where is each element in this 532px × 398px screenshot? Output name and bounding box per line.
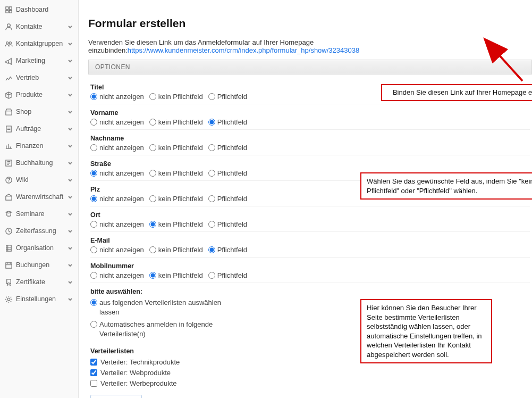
verteiler-checkbox[interactable] [90,369,97,376]
radio-email-required[interactable]: Pflichtfeld [208,246,247,254]
radio-vorname-optional[interactable]: kein Pflichtfeld [149,118,203,126]
radio-ort-optional[interactable]: kein Pflichtfeld [149,220,203,228]
chevron-down-icon [67,245,73,251]
radio-titel-optional[interactable]: kein Pflichtfeld [149,93,203,101]
sidebar-item-groups[interactable]: Kontaktgruppen [0,35,78,52]
radio-strasse-hide[interactable]: nicht anzeigen [90,169,144,177]
radio-input[interactable] [208,119,215,126]
svg-rect-0 [5,6,8,9]
radio-nachname-optional[interactable]: kein Pflichtfeld [149,144,203,152]
sidebar-item-bookings[interactable]: Buchungen [0,256,78,273]
sidebar-item-contacts[interactable]: Kontakte [0,18,78,35]
radio-input[interactable] [149,272,156,279]
verteiler-checkbox[interactable] [90,359,97,366]
verteiler-checkbox[interactable] [90,380,97,387]
radio-input[interactable] [90,170,97,177]
sidebar-item-label: Produkte [16,91,43,98]
sidebar-item-orders[interactable]: Aufträge [0,120,78,137]
radio-input[interactable] [208,221,215,228]
radio-plz-hide[interactable]: nicht anzeigen [90,195,144,203]
radio-label: kein Pflichtfeld [158,118,203,126]
radio-input[interactable] [149,119,156,126]
verteiler-label: Verteiler: Werbeprodukte [100,379,177,387]
radio-input[interactable] [90,246,97,253]
sidebar-item-products[interactable]: Produkte [0,86,78,103]
radio-strasse-optional[interactable]: kein Pflichtfeld [149,169,203,177]
radio-email-hide[interactable]: nicht anzeigen [90,246,144,254]
sidebar-item-sales[interactable]: Vertrieb [0,69,78,86]
radio-plz-optional[interactable]: kein Pflichtfeld [149,195,203,203]
sidebar-item-shop[interactable]: Shop [0,103,78,120]
radio-input[interactable] [149,170,156,177]
sidebar-item-accounting[interactable]: Buchhaltung [0,154,78,171]
radio-input[interactable] [149,221,156,228]
finance-icon [4,142,13,150]
radio-email-optional[interactable]: kein Pflichtfeld [149,246,203,254]
radio-nachname-required[interactable]: Pflichtfeld [208,144,247,152]
list-choice-auto[interactable]: Automatisches anmelden in folgende Verte… [90,320,234,338]
radio-titel-required[interactable]: Pflichtfeld [208,93,247,101]
org-icon [4,244,13,252]
radio-input[interactable] [90,221,97,228]
radio-strasse-required[interactable]: Pflichtfeld [208,169,247,177]
radio-input[interactable] [90,119,97,126]
list-choice-auto-radio[interactable] [90,321,97,328]
sidebar-item-cert[interactable]: Zertifikate [0,273,78,291]
bookings-icon [4,261,13,269]
verteiler-item-2[interactable]: Verteiler: Werbeprodukte [90,379,530,387]
radio-input[interactable] [208,93,215,100]
verteiler-item-1[interactable]: Verteiler: Webprodukte [90,369,530,377]
radio-input[interactable] [149,246,156,253]
marketing-icon [4,56,13,65]
sidebar-item-finance[interactable]: Finanzen [0,137,78,154]
list-choice-choose-radio[interactable] [90,299,97,306]
field-label: Nachname [90,135,530,142]
embed-link[interactable]: https://www.kundenmeister.com/crm/index.… [128,46,359,54]
list-choice-label: bitte auswählen: [90,288,530,295]
radio-ort-required[interactable]: Pflichtfeld [208,220,247,228]
radio-input[interactable] [208,170,215,177]
svg-rect-1 [9,6,12,9]
radio-input[interactable] [90,93,97,100]
radio-ort-hide[interactable]: nicht anzeigen [90,220,144,228]
radio-input[interactable] [149,195,156,202]
radio-input[interactable] [208,144,215,151]
radio-label: Pflichtfeld [217,246,247,254]
chevron-down-icon [67,24,73,29]
radio-input[interactable] [90,272,97,279]
radio-vorname-hide[interactable]: nicht anzeigen [90,118,144,126]
radio-input[interactable] [149,93,156,100]
radio-input[interactable] [208,246,215,253]
radio-mobil-required[interactable]: Pflichtfeld [208,271,247,279]
radio-input[interactable] [149,144,156,151]
radio-input[interactable] [208,195,215,202]
save-button[interactable]: Speichern [90,395,142,398]
chevron-down-icon [67,143,73,148]
field-nachname: Nachnamenicht anzeigenkein PflichtfeldPf… [90,135,530,155]
radio-vorname-required[interactable]: Pflichtfeld [208,118,247,126]
radio-plz-required[interactable]: Pflichtfeld [208,195,247,203]
radio-input[interactable] [208,272,215,279]
sidebar-item-dashboard[interactable]: Dashboard [0,1,78,18]
chevron-down-icon [67,58,73,63]
sidebar-item-settings[interactable]: Einstellungen [0,291,78,308]
sidebar-item-seminars[interactable]: Seminare [0,205,78,222]
radio-input[interactable] [90,195,97,202]
radio-nachname-hide[interactable]: nicht anzeigen [90,144,144,152]
sidebar-item-inventory[interactable]: Warenwirtschaft [0,188,78,205]
sidebar-item-marketing[interactable]: Marketing [0,52,78,69]
sidebar-item-time[interactable]: Zeiterfassung [0,222,78,239]
list-choice-choose[interactable]: aus folgenden Verteilerlisten auswählen … [90,298,234,317]
sidebar-item-org[interactable]: Organisation [0,239,78,256]
sidebar-item-label: Marketing [16,57,45,64]
radio-label: nicht anzeigen [99,93,144,101]
chevron-down-icon [67,75,73,80]
sidebar-item-wiki[interactable]: Wiki [0,171,78,188]
radio-label: nicht anzeigen [99,220,144,228]
radio-mobil-optional[interactable]: kein Pflichtfeld [149,271,203,279]
field-label: Ort [90,211,530,219]
radio-label: nicht anzeigen [99,169,144,177]
radio-input[interactable] [90,144,97,151]
radio-titel-hide[interactable]: nicht anzeigen [90,93,144,101]
radio-mobil-hide[interactable]: nicht anzeigen [90,271,144,279]
